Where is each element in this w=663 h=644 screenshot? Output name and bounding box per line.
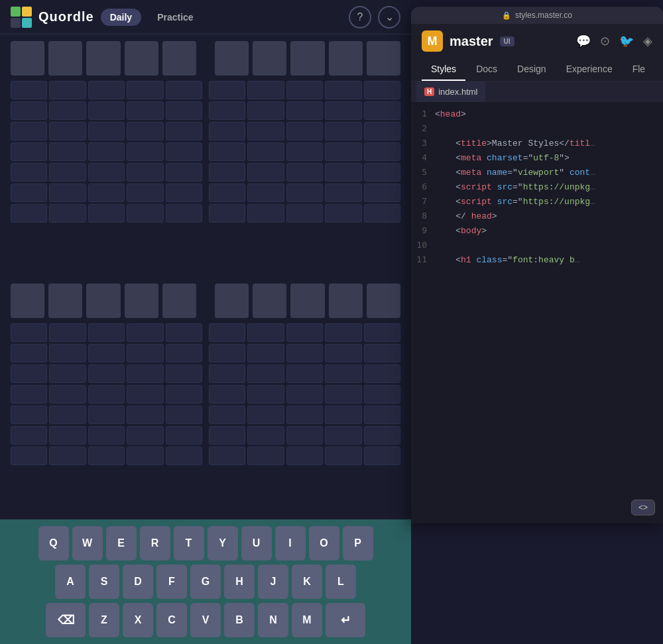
key-r[interactable]: R — [140, 526, 170, 561]
tile-3 — [86, 41, 120, 76]
grid-cell — [166, 122, 202, 140]
key-v[interactable]: V — [190, 603, 221, 637]
grid-cell — [127, 163, 163, 182]
key-t[interactable]: T — [174, 526, 204, 561]
key-l[interactable]: L — [326, 564, 356, 599]
grid-cell — [325, 163, 361, 182]
key-p[interactable]: P — [343, 526, 373, 561]
key-o[interactable]: O — [309, 526, 339, 561]
code-line-11: 11 <h1 class="font:heavy b… — [411, 253, 663, 268]
grid-cell — [11, 142, 47, 161]
tile-spacer-mid — [200, 284, 211, 318]
grid-cell — [11, 323, 47, 342]
key-g[interactable]: G — [190, 564, 221, 599]
grid-cell — [209, 405, 245, 424]
grid-cell — [325, 405, 361, 424]
nav-tab-styles[interactable]: Styles — [422, 58, 465, 81]
grid-row — [11, 323, 202, 342]
grid-cell — [209, 81, 245, 99]
grid-cell — [364, 344, 400, 362]
grid-cell — [325, 447, 361, 465]
grid-cell — [364, 405, 400, 424]
word-grid-3 — [11, 323, 202, 517]
grid-cell — [88, 101, 125, 120]
master-urlbar: 🔒 styles.master.co — [411, 7, 663, 24]
grid-cell — [247, 405, 284, 424]
grid-cell — [166, 344, 202, 362]
grid-cell — [209, 204, 245, 223]
grid-cell — [166, 81, 202, 99]
nav-tab-fle[interactable]: Fle — [623, 58, 654, 81]
grid-cell — [247, 142, 284, 161]
grid-cell — [286, 364, 323, 383]
grid-cell — [364, 385, 400, 403]
key-m[interactable]: M — [292, 603, 322, 637]
grid-cell — [49, 101, 86, 120]
help-button[interactable]: ? — [349, 6, 371, 28]
keyboard-row-1: Q W E R T Y U I O P — [5, 526, 406, 561]
grid-cell — [127, 81, 163, 99]
grid-cell — [127, 385, 163, 403]
grid-cell — [166, 385, 202, 403]
key-z[interactable]: Z — [89, 603, 119, 637]
key-d[interactable]: D — [123, 564, 153, 599]
logo-cell-yellow — [22, 7, 32, 17]
grid-cell — [364, 122, 400, 140]
chat-icon[interactable]: 💬 — [576, 34, 591, 48]
grid-cell — [88, 426, 125, 445]
nav-tab-design[interactable]: Design — [508, 58, 556, 81]
key-b[interactable]: B — [224, 603, 255, 637]
key-n[interactable]: N — [258, 603, 288, 637]
copy-button[interactable]: <> — [631, 500, 655, 515]
key-s[interactable]: S — [89, 564, 119, 599]
grid-cell — [49, 81, 86, 99]
grid-cell — [49, 364, 86, 383]
key-q[interactable]: Q — [38, 526, 69, 561]
key-a[interactable]: A — [55, 564, 86, 599]
grid-row — [11, 122, 202, 140]
tile-8 — [290, 41, 324, 76]
menu-button[interactable]: ⌄ — [378, 6, 400, 28]
key-c[interactable]: C — [156, 603, 187, 637]
code-tab-index[interactable]: H index.html — [416, 81, 485, 102]
tab-daily[interactable]: Daily — [101, 9, 141, 26]
key-k[interactable]: K — [292, 564, 322, 599]
grid-cell — [49, 385, 86, 403]
grid-cell — [286, 385, 323, 403]
key-h[interactable]: H — [224, 564, 255, 599]
key-backspace[interactable]: ⌫ — [46, 603, 86, 637]
key-y[interactable]: Y — [208, 526, 238, 561]
key-e[interactable]: E — [106, 526, 137, 561]
nav-tab-docs[interactable]: Docs — [467, 58, 507, 81]
grid-cell — [49, 204, 86, 223]
grid-cell — [49, 426, 86, 445]
grid-row — [209, 364, 400, 383]
grid-row — [209, 447, 400, 465]
grid-cell — [325, 385, 361, 403]
key-w[interactable]: W — [72, 526, 103, 561]
key-x[interactable]: X — [123, 603, 153, 637]
grid-cell — [11, 426, 47, 445]
grid-cell — [127, 364, 163, 383]
grid-cell — [209, 364, 245, 383]
nav-tab-experience[interactable]: Experience — [557, 58, 622, 81]
grid-cell — [286, 447, 323, 465]
key-enter[interactable]: ↵ — [326, 603, 365, 637]
grid-cell — [88, 142, 125, 161]
tab-practice[interactable]: Practice — [148, 9, 202, 26]
key-i[interactable]: I — [275, 526, 306, 561]
grid-cell — [88, 81, 125, 99]
key-u[interactable]: U — [241, 526, 272, 561]
tile-2 — [48, 41, 82, 76]
twitter-icon[interactable]: 🐦 — [619, 34, 634, 48]
github-icon[interactable]: ⊙ — [600, 34, 610, 48]
grid-cell — [247, 184, 284, 202]
top-grids — [0, 78, 411, 277]
discord-icon[interactable]: ◈ — [643, 34, 652, 48]
key-j[interactable]: J — [258, 564, 288, 599]
grid-cell — [209, 184, 245, 202]
key-f[interactable]: F — [156, 564, 187, 599]
grid-cell — [11, 385, 47, 403]
grid-row — [11, 101, 202, 120]
code-editor: H index.html 1 <head> 2 3 <title>Master … — [411, 81, 663, 523]
